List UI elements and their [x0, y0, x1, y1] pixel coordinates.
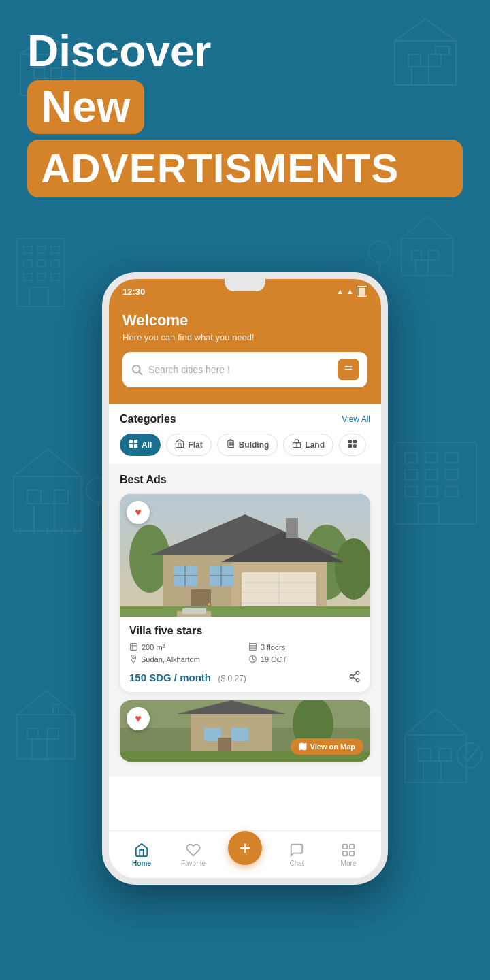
svg-rect-89	[348, 444, 352, 448]
area-icon	[129, 642, 138, 651]
price-container: 150 SDG / month ($ 0.27)	[129, 672, 246, 684]
more-nav-icon	[341, 843, 356, 858]
svg-rect-50	[429, 250, 438, 260]
card-body-1: Villa five stars 200 m²	[120, 617, 370, 692]
svg-rect-113	[120, 606, 370, 617]
cat-tab-flat[interactable]: Flat	[166, 434, 211, 456]
svg-point-124	[356, 672, 359, 675]
app-header: Welcome Here you can find what you need!…	[109, 304, 381, 404]
more-categories-icon	[348, 439, 357, 451]
svg-point-122	[133, 657, 135, 659]
cat-tab-building[interactable]: Bulding	[217, 434, 278, 456]
cat-tab-all[interactable]: All	[120, 434, 161, 456]
view-on-map-label: View on Map	[310, 742, 355, 751]
property-title-1: Villa five stars	[129, 625, 361, 637]
svg-rect-49	[412, 250, 421, 260]
nav-home[interactable]: Home	[116, 843, 167, 867]
property-card-1[interactable]: ♥ Villa five stars 200 m²	[120, 494, 370, 692]
plus-icon: +	[240, 838, 250, 858]
price-usd-1: ($ 0.27)	[218, 674, 246, 683]
nav-more[interactable]: More	[323, 843, 374, 867]
flat-label: Flat	[188, 440, 202, 450]
nav-add[interactable]: +	[219, 845, 271, 865]
share-icon	[348, 670, 361, 683]
favorite-nav-icon	[186, 843, 201, 858]
location-icon	[129, 655, 137, 664]
svg-rect-54	[17, 238, 65, 306]
svg-rect-61	[24, 274, 32, 280]
svg-rect-32	[425, 487, 438, 497]
search-bar[interactable]: Search cities here !	[122, 352, 368, 387]
svg-rect-33	[446, 487, 458, 497]
svg-rect-119	[250, 644, 257, 651]
category-tabs: All Flat	[120, 434, 370, 456]
location-value: Sudan, Alkhartom	[141, 655, 200, 664]
property-card-2[interactable]: ♥ View on Map	[120, 700, 370, 762]
view-all-link[interactable]: View All	[342, 414, 370, 424]
svg-rect-63	[51, 274, 59, 280]
svg-rect-47	[402, 238, 453, 276]
svg-rect-64	[29, 287, 48, 306]
svg-rect-112	[286, 518, 298, 538]
svg-rect-13	[27, 490, 41, 504]
add-button[interactable]: +	[228, 831, 262, 865]
nav-chat[interactable]: Chat	[271, 843, 323, 867]
categories-section: Categories View All All	[109, 404, 381, 464]
svg-point-126	[356, 679, 359, 682]
flat-icon	[175, 439, 184, 451]
svg-rect-82	[229, 444, 231, 446]
search-input[interactable]: Search cities here !	[148, 364, 332, 375]
search-icon	[131, 363, 143, 376]
filter-button[interactable]	[338, 359, 359, 380]
cat-tab-more[interactable]	[339, 434, 366, 456]
svg-rect-40	[53, 704, 59, 715]
svg-rect-14	[54, 490, 68, 504]
svg-marker-48	[402, 216, 453, 238]
nav-favorite[interactable]: Favorite	[167, 843, 219, 867]
svg-rect-78	[178, 444, 181, 448]
svg-rect-80	[229, 442, 231, 444]
svg-rect-55	[24, 246, 32, 253]
svg-rect-24	[395, 442, 476, 524]
map-icon	[299, 742, 307, 751]
svg-rect-57	[51, 246, 59, 253]
svg-rect-43	[419, 749, 431, 761]
status-icons: ▲ ▲ ▓	[336, 286, 368, 297]
favorite-btn-2[interactable]: ♥	[127, 707, 150, 730]
svg-rect-44	[439, 749, 451, 761]
svg-point-71	[346, 366, 348, 368]
svg-line-127	[353, 677, 356, 679]
land-icon	[292, 439, 301, 451]
land-label: Land	[305, 440, 325, 450]
view-on-map-button[interactable]: View on Map	[291, 738, 363, 755]
svg-rect-26	[425, 453, 438, 463]
favorite-btn-1[interactable]: ♥	[127, 501, 150, 524]
categories-header: Categories View All	[120, 413, 370, 425]
svg-rect-76	[134, 444, 137, 448]
svg-rect-27	[446, 453, 458, 463]
building-icon	[226, 439, 235, 451]
svg-point-90	[353, 444, 357, 448]
svg-rect-25	[405, 453, 417, 463]
svg-rect-88	[353, 440, 357, 443]
svg-rect-45	[423, 761, 441, 783]
svg-point-52	[369, 241, 391, 263]
clock-icon	[248, 655, 257, 664]
new-label: New	[41, 82, 131, 131]
floors-value: 3 floors	[261, 643, 285, 651]
home-nav-icon	[134, 843, 149, 858]
price-main-1: 150 SDG / month	[129, 672, 211, 683]
share-button-1[interactable]	[348, 670, 361, 685]
favorite-nav-label: Favorite	[181, 860, 206, 867]
svg-point-111	[208, 603, 210, 606]
svg-rect-59	[37, 260, 46, 267]
svg-rect-62	[37, 274, 46, 280]
home-nav-label: Home	[132, 860, 151, 867]
svg-rect-74	[134, 440, 137, 443]
status-time: 12:30	[122, 287, 145, 297]
cat-tab-land[interactable]: Land	[283, 434, 333, 456]
location-detail: Sudan, Alkhartom	[129, 655, 242, 664]
property-image-1: ♥	[120, 494, 370, 617]
svg-marker-42	[405, 709, 466, 735]
more-nav-label: More	[341, 860, 357, 867]
